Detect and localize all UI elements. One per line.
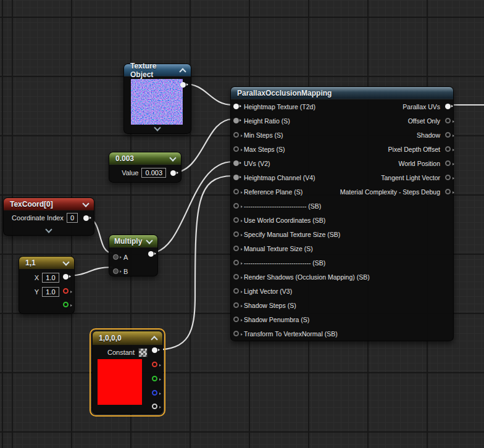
input-row[interactable]: ----------------------------- (SB): [233, 199, 370, 213]
input-pin[interactable]: [233, 331, 239, 336]
x-label: X: [35, 274, 39, 281]
node-header[interactable]: TexCoord[0]: [4, 198, 94, 210]
input-pin[interactable]: [233, 246, 239, 251]
output-pin[interactable]: [180, 82, 186, 88]
output-row[interactable]: Tangent Light Vector: [340, 170, 451, 185]
output-row[interactable]: World Position: [340, 156, 451, 170]
output-pin-b[interactable]: [152, 390, 157, 396]
input-row[interactable]: Shadow Penumbra (S): [233, 312, 370, 326]
output-pin-g[interactable]: [63, 302, 69, 307]
pin-label: UVs (V2): [244, 160, 270, 167]
input-row[interactable]: Use World Coordinates (SB): [233, 213, 370, 227]
node-multiply[interactable]: Multiply A B: [109, 234, 158, 276]
input-pin[interactable]: [233, 132, 239, 138]
output-pin[interactable]: [445, 132, 451, 138]
input-pin[interactable]: [233, 231, 239, 237]
chevron-down-icon[interactable]: [170, 156, 176, 162]
coordinate-index-input[interactable]: 0: [67, 213, 78, 223]
input-pin[interactable]: [233, 160, 239, 166]
node-title: Texture Object: [130, 62, 180, 79]
node-header[interactable]: 1,0,0,0: [93, 331, 162, 345]
node-texture-object[interactable]: Texture Object: [123, 64, 191, 134]
node-header[interactable]: Texture Object: [124, 64, 191, 77]
chevron-down-icon[interactable]: [83, 201, 89, 207]
pin-label: Shadow Steps (S): [244, 302, 296, 309]
input-pin[interactable]: [233, 203, 239, 209]
output-pin[interactable]: [445, 189, 451, 194]
input-pin[interactable]: [233, 317, 239, 322]
output-pin[interactable]: [445, 146, 451, 152]
pin-label: ------------------------------- (SB): [244, 259, 325, 267]
input-row[interactable]: Render Shadows (Occlusion Mapping) (SB): [233, 270, 370, 284]
output-pin[interactable]: [445, 160, 451, 166]
output-row[interactable]: Material Complexity - Steps Debug: [340, 185, 451, 199]
input-row[interactable]: Shadow Steps (S): [233, 298, 370, 312]
wire-texture-to-heightmap: [185, 84, 233, 105]
pin-label: Max Steps (S): [244, 146, 285, 153]
chevron-down-icon[interactable]: [154, 125, 161, 131]
output-pin[interactable]: [445, 118, 451, 123]
pin-label: ----------------------------- (SB): [244, 202, 321, 210]
chevron-down-icon[interactable]: [146, 238, 152, 244]
node-title: 1,0,0,0: [99, 334, 122, 342]
output-pin[interactable]: [148, 251, 154, 257]
output-pin[interactable]: [170, 170, 176, 176]
output-row[interactable]: Parallax UVs: [340, 99, 451, 114]
output-pin[interactable]: [445, 104, 451, 109]
input-pin[interactable]: [233, 189, 239, 194]
input-pin-b[interactable]: [113, 268, 119, 274]
input-pin-a[interactable]: [113, 254, 119, 260]
node-constant2vector[interactable]: 1,1 X 1.0 Y 1.0: [19, 256, 75, 314]
output-row[interactable]: Offset Only: [340, 114, 451, 128]
node-constant4vector[interactable]: 1,0,0,0 Constant: [92, 331, 163, 414]
pin-label: Parallax UVs: [403, 103, 440, 110]
input-pin[interactable]: [233, 118, 239, 123]
input-row[interactable]: Transform To VertexNormal (SB): [233, 326, 370, 341]
constant-label: Constant: [107, 349, 135, 356]
chevron-up-icon[interactable]: [151, 335, 157, 341]
node-scalar-constant[interactable]: 0.003 Value 0.003: [109, 152, 182, 183]
input-pin[interactable]: [233, 260, 239, 265]
output-pin-r[interactable]: [63, 288, 69, 294]
output-pin[interactable]: [445, 175, 451, 180]
input-row[interactable]: ------------------------------- (SB): [233, 255, 370, 270]
scalar-value-input[interactable]: 0.003: [141, 168, 166, 178]
input-pin[interactable]: [233, 274, 239, 280]
output-row[interactable]: Pixel Depth Offset: [340, 142, 451, 156]
output-pin[interactable]: [152, 347, 157, 353]
output-pin-g[interactable]: [152, 376, 157, 381]
node-parallax-occlusion-mapping[interactable]: ParallaxOcclusionMapping Heightmap Textu…: [230, 86, 454, 341]
output-pin[interactable]: [63, 274, 69, 280]
input-pin[interactable]: [233, 302, 239, 308]
node-texcoord[interactable]: TexCoord[0] Coordinate Index 0: [3, 197, 94, 236]
output-pin-a[interactable]: [152, 404, 157, 409]
node-title: 1,1: [25, 259, 36, 267]
input-pin[interactable]: [233, 146, 239, 152]
output-row[interactable]: Shadow: [340, 128, 451, 142]
node-header[interactable]: Multiply: [109, 235, 157, 247]
pin-label: Use World Coordinates (SB): [244, 217, 325, 224]
chevron-down-icon[interactable]: [63, 260, 69, 266]
node-header[interactable]: ParallaxOcclusionMapping: [231, 87, 453, 99]
chevron-down-icon[interactable]: [46, 227, 52, 233]
output-pin[interactable]: [83, 215, 89, 221]
color-swatch[interactable]: [138, 348, 148, 357]
pin-label: Transform To VertexNormal (SB): [244, 330, 338, 338]
input-row[interactable]: Light Vector (V3): [233, 284, 370, 298]
input-pin[interactable]: [233, 175, 239, 180]
pin-label: Pixel Depth Offset: [388, 146, 440, 153]
input-pin[interactable]: [233, 217, 239, 223]
chevron-up-icon[interactable]: [180, 67, 186, 73]
output-pin-r[interactable]: [152, 362, 157, 367]
material-graph-canvas[interactable]: Texture Object ParallaxOcclusionMapping …: [0, 0, 484, 448]
y-value-input[interactable]: 1.0: [42, 287, 59, 297]
y-label: Y: [35, 288, 39, 296]
coordinate-index-label: Coordinate Index: [12, 214, 64, 222]
node-header[interactable]: 1,1: [19, 257, 74, 269]
x-value-input[interactable]: 1.0: [42, 273, 59, 283]
input-pin[interactable]: [233, 288, 239, 294]
node-header[interactable]: 0.003: [109, 152, 181, 165]
input-pin[interactable]: [233, 104, 239, 109]
input-row[interactable]: Specify Manual Texture Size (SB): [233, 227, 370, 241]
input-row[interactable]: Manual Texture Size (S): [233, 241, 370, 255]
